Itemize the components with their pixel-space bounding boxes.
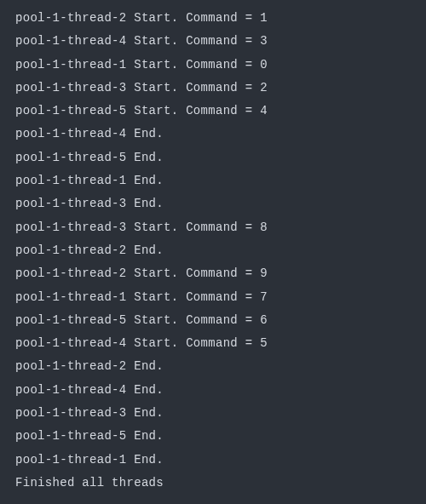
log-line: pool-1-thread-5 End. bbox=[15, 425, 411, 448]
log-line: pool-1-thread-1 Start. Command = 0 bbox=[15, 54, 411, 77]
log-line: pool-1-thread-4 Start. Command = 3 bbox=[15, 30, 411, 53]
log-line: pool-1-thread-1 Start. Command = 7 bbox=[15, 286, 411, 309]
log-line: pool-1-thread-5 End. bbox=[15, 146, 411, 169]
log-line: pool-1-thread-4 End. bbox=[15, 379, 411, 402]
log-line: pool-1-thread-1 End. bbox=[15, 449, 411, 472]
log-line: Finished all threads bbox=[15, 472, 411, 495]
log-line: pool-1-thread-3 End. bbox=[15, 192, 411, 215]
log-line: pool-1-thread-2 End. bbox=[15, 239, 411, 262]
log-line: pool-1-thread-3 Start. Command = 2 bbox=[15, 77, 411, 100]
log-line: pool-1-thread-3 Start. Command = 8 bbox=[15, 216, 411, 239]
log-line: pool-1-thread-1 End. bbox=[15, 169, 411, 192]
log-line: pool-1-thread-3 End. bbox=[15, 402, 411, 425]
log-line: pool-1-thread-2 Start. Command = 9 bbox=[15, 262, 411, 285]
log-line: pool-1-thread-4 Start. Command = 5 bbox=[15, 332, 411, 355]
log-line: pool-1-thread-2 Start. Command = 1 bbox=[15, 7, 411, 30]
log-line: pool-1-thread-2 End. bbox=[15, 355, 411, 378]
log-line: pool-1-thread-5 Start. Command = 4 bbox=[15, 100, 411, 123]
log-line: pool-1-thread-4 End. bbox=[15, 123, 411, 146]
console-output: pool-1-thread-2 Start. Command = 1 pool-… bbox=[15, 7, 411, 495]
log-line: pool-1-thread-5 Start. Command = 6 bbox=[15, 309, 411, 332]
